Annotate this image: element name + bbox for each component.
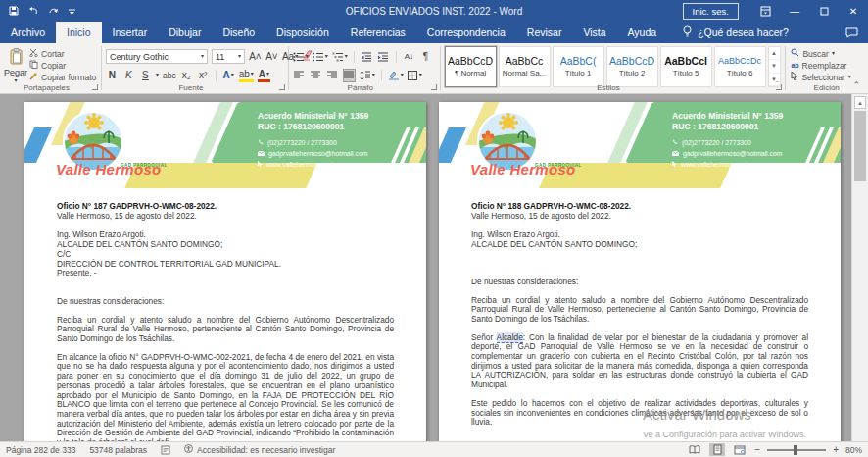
sort-button[interactable]: A↓ <box>403 50 415 64</box>
font-size-combobox[interactable]: 11▾ <box>212 49 245 64</box>
borders-button[interactable]: ▾ <box>408 69 422 82</box>
italic-button[interactable]: K <box>122 69 135 82</box>
salutation[interactable]: De nuestras consideraciones: <box>57 297 394 307</box>
save-icon[interactable] <box>9 6 19 16</box>
styles-gallery-scroll[interactable]: ▲ ▼ ▼̲ <box>768 46 781 87</box>
superscript-button[interactable]: x² <box>197 69 210 82</box>
letter-body[interactable]: Oficio N° 188 GADPRVH-O-WMC-08-2022. Val… <box>439 202 841 441</box>
font-family-combobox[interactable]: Century Gothic▾ <box>106 49 208 64</box>
recipient-line[interactable]: Presente. - <box>57 269 394 279</box>
scrollbar-thumb[interactable] <box>854 111 866 181</box>
style-titulo-2[interactable]: AaBbCcD Título 2 <box>606 46 658 87</box>
page-left[interactable]: Valle Hermoso GAD PARROQUIAL Acuerdo Min… <box>24 102 426 441</box>
shrink-font-button[interactable]: A˅ <box>265 50 278 64</box>
recipient-block[interactable]: Ing. Wilson Erazo Argoti. ALCALDE DEL CA… <box>57 230 394 279</box>
align-left-button[interactable] <box>293 69 306 82</box>
accessibility-status[interactable]: Accesibilidad: es necesario investigar <box>184 444 335 455</box>
recipient-block[interactable]: Ing. Wilson Erazo Argoti. ALCALDE DEL CA… <box>471 230 808 249</box>
copy-button[interactable]: Copiar <box>27 60 98 71</box>
tell-me-search[interactable]: ¿Qué desea hacer? <box>667 22 789 43</box>
tab-dibujar[interactable]: Dibujar <box>158 22 212 43</box>
page-indicator[interactable]: Página 282 de 333 <box>6 445 75 455</box>
sign-in-button[interactable]: Inic. ses. <box>683 3 740 20</box>
recipient-line[interactable]: DIRECCIÓN DE CONTROL TERRITORIAL GAD MUN… <box>57 260 394 270</box>
tab-insertar[interactable]: Insertar <box>102 22 159 43</box>
proofing-status-icon[interactable] <box>161 445 170 455</box>
paragraph-2[interactable]: En alcance la oficio N° GADPRVH-O-WMC-00… <box>57 353 394 441</box>
page-right[interactable]: Valle Hermoso GAD PARROQUIAL Acuerdo Min… <box>439 102 841 441</box>
tab-vista[interactable]: Vista <box>572 22 616 43</box>
vertical-scrollbar[interactable]: ▲ <box>851 94 868 441</box>
undo-icon[interactable] <box>27 6 39 16</box>
bullets-button[interactable]: ▾ <box>293 50 309 64</box>
oficio-date[interactable]: Valle Hermoso, 15 de agosto del 2022. <box>57 212 394 222</box>
zoom-out-button[interactable]: − <box>754 445 760 455</box>
paragraph-3[interactable]: Este pedido lo hacemos con el objetivo d… <box>471 399 808 428</box>
shading-button[interactable]: ▾ <box>388 69 404 82</box>
word-count[interactable]: 53748 palabras <box>89 445 147 455</box>
recipient-line[interactable]: ALCALDE DEL CANTÓN SANTO DOMINGO; <box>57 240 394 250</box>
recipient-line[interactable]: ALCALDE DEL CANTÓN SANTO DOMINGO; <box>471 240 808 250</box>
zoom-slider-thumb[interactable] <box>794 445 797 455</box>
tab-diseno[interactable]: Diseño <box>212 22 265 43</box>
style-normal-sa[interactable]: AaBbCc Normal Sa... <box>499 46 551 87</box>
decrease-indent-button[interactable] <box>361 50 373 64</box>
align-right-button[interactable] <box>326 69 339 82</box>
close-button[interactable]: ✕ <box>839 0 868 22</box>
grow-font-button[interactable]: A˄ <box>249 50 262 64</box>
align-center-button[interactable] <box>310 69 322 82</box>
style-normal[interactable]: AaBbCcD ¶ Normal <box>445 46 497 87</box>
font-dialog-launcher-icon[interactable] <box>279 84 285 90</box>
tab-ayuda[interactable]: Ayuda <box>617 22 668 43</box>
cut-button[interactable]: Cortar <box>27 48 98 59</box>
styles-dialog-launcher-icon[interactable] <box>776 84 782 90</box>
strikethrough-button[interactable]: abc <box>163 69 176 82</box>
format-painter-button[interactable]: Copiar formato <box>27 72 98 82</box>
zoom-level[interactable]: 80% <box>845 445 862 455</box>
subscript-button[interactable]: x₂ <box>180 69 193 82</box>
find-button[interactable]: Buscar ▾ <box>789 48 852 59</box>
increase-indent-button[interactable] <box>377 50 390 64</box>
paragraph-1[interactable]: Reciba un cordial y atento saludo a nomb… <box>471 296 808 325</box>
paragraph-dialog-launcher-icon[interactable] <box>431 84 437 90</box>
minimize-button[interactable]: — <box>780 0 809 22</box>
highlight-color-button[interactable]: ab▾ <box>239 69 254 82</box>
tab-revisar[interactable]: Revisar <box>516 22 573 43</box>
feedback-icon[interactable] <box>845 22 868 43</box>
salutation[interactable]: De nuestras consideraciones: <box>471 278 808 287</box>
print-layout-icon[interactable] <box>709 443 725 456</box>
tab-inicio[interactable]: Inicio <box>56 22 102 43</box>
web-layout-icon[interactable] <box>732 443 747 456</box>
scroll-up-icon[interactable]: ▲ <box>854 96 866 109</box>
justify-button[interactable] <box>343 69 356 82</box>
tab-correspondencia[interactable]: Correspondencia <box>416 22 516 43</box>
oficio-date[interactable]: Valle Hermoso, 15 de agosto del 2022. <box>471 212 808 222</box>
style-titulo-1[interactable]: AaBbC( Título 1 <box>553 46 604 87</box>
numbering-button[interactable]: ▾ <box>313 50 328 64</box>
paragraph-2[interactable]: Señor Alcalde: Con la finalidad de velar… <box>471 333 808 390</box>
text-effects-button[interactable]: A▾ <box>222 69 235 82</box>
document-canvas[interactable]: Valle Hermoso GAD PARROQUIAL Acuerdo Min… <box>0 94 868 441</box>
paragraph-1[interactable]: Reciba un cordial y atento saludo a nomb… <box>57 316 394 344</box>
zoom-slider[interactable] <box>767 449 826 451</box>
paste-button[interactable]: Pegar ▾ <box>4 46 27 83</box>
underline-button[interactable]: S <box>139 69 152 82</box>
read-mode-icon[interactable] <box>687 443 702 456</box>
zoom-in-button[interactable]: + <box>833 445 839 455</box>
collapse-ribbon-icon[interactable]: ⌃ <box>852 80 860 90</box>
style-titulo-6[interactable]: AaBbCcDc Título 6 <box>714 46 766 87</box>
redo-icon[interactable] <box>48 6 59 16</box>
maximize-button[interactable] <box>809 0 839 22</box>
line-spacing-button[interactable]: ▾ <box>360 69 375 82</box>
tab-disposicion[interactable]: Disposición <box>265 22 340 43</box>
bold-button[interactable]: N <box>106 69 119 82</box>
select-button[interactable]: Seleccionar ▾ <box>789 72 852 82</box>
multilevel-list-button[interactable]: ▾ <box>332 50 348 64</box>
style-titulo-5[interactable]: AaBbCcI Título 5 <box>660 46 712 87</box>
font-color-button[interactable]: A▾ <box>258 69 270 82</box>
replace-button[interactable]: ab Reemplazar <box>789 60 852 71</box>
ribbon-display-options-icon[interactable] <box>750 0 780 22</box>
show-formatting-marks-button[interactable]: ¶ <box>419 50 432 64</box>
customize-qat-icon[interactable] <box>68 7 76 16</box>
styles-scroll-up-icon[interactable]: ▲ <box>769 47 780 60</box>
